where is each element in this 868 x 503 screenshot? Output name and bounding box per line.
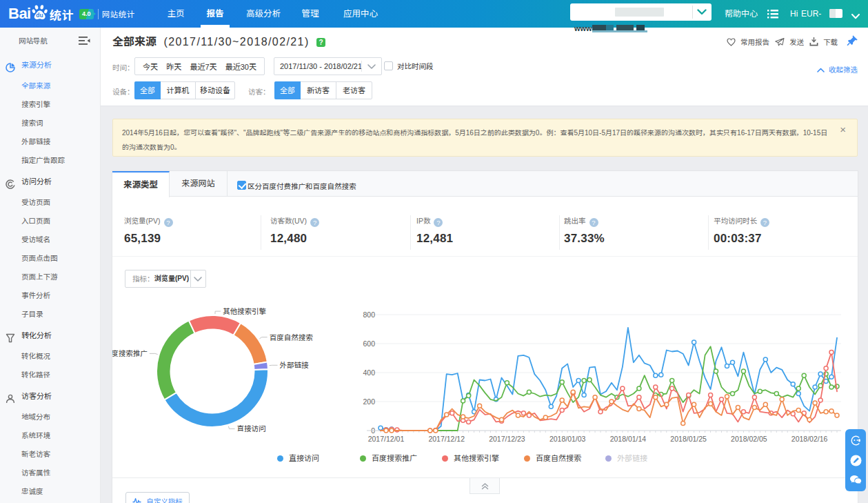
x-axis-label: 2018/02/05 — [731, 435, 767, 443]
source-type-donut-chart[interactable]: 其他搜索引擎百度自然搜索外部链接直接访问百度搜索推广 — [112, 295, 340, 454]
tab-1[interactable]: 来源类型 — [112, 171, 170, 197]
favorite-report-button[interactable]: 常用报告 — [727, 37, 769, 48]
sidebar-item-label: 受访页面 — [21, 198, 50, 206]
sidebar-item-label: 受访域名 — [21, 235, 50, 244]
sidebar-item-1-2[interactable]: 搜索引擎 — [0, 95, 100, 114]
download-report-button[interactable]: 下载 — [809, 37, 838, 48]
sidebar-section-label: 访客分析 — [21, 392, 52, 400]
quick-range-2[interactable]: 昨天 — [166, 61, 181, 72]
device-group-option-1[interactable]: 全部 — [134, 81, 161, 99]
sidebar-collapse-icon[interactable] — [79, 37, 90, 46]
legend-item-3[interactable]: 其他搜索引擎 — [442, 453, 499, 463]
sidebar-item-2-2[interactable]: 入口页面 — [0, 212, 100, 230]
kpi-value-5: 00:03:37 — [714, 232, 762, 246]
site-selector-dropdown[interactable] — [570, 3, 711, 21]
quick-range-4[interactable]: 最近30天 — [225, 61, 256, 72]
sidebar-section-label: 来源分析 — [21, 61, 52, 69]
tab-2[interactable]: 来源网站 — [170, 171, 228, 197]
sidebar-item-label: 入口页面 — [21, 217, 50, 225]
kpi-help-icon[interactable]: ? — [164, 218, 173, 227]
sidebar-item-2-7[interactable]: 子目录 — [0, 305, 100, 324]
device-filter-group: 全部计算机移动设备 — [134, 81, 235, 99]
line-series-2[interactable] — [381, 346, 837, 431]
wechat-icon[interactable] — [845, 470, 866, 491]
account-chevron-down-icon[interactable] — [851, 12, 860, 21]
sidebar-item-2-3[interactable]: 受访域名 — [0, 230, 100, 249]
notice-close-icon[interactable]: × — [840, 124, 846, 135]
date-range-picker[interactable]: 2017/11/30 - 2018/02/21 — [274, 57, 382, 75]
double-chevron-up-icon — [481, 482, 489, 490]
top-nav-5[interactable]: 应用中心 — [341, 0, 380, 28]
report-list-icon[interactable] — [767, 10, 778, 21]
sidebar-item-1-1[interactable]: 全部来源 — [0, 77, 100, 95]
custom-metric-button[interactable]: 自定义指标 — [125, 492, 190, 503]
compare-period-checkbox[interactable] — [384, 61, 393, 70]
kpi-help-icon[interactable]: ? — [589, 218, 598, 227]
customer-service-icon[interactable] — [845, 430, 866, 451]
visitor-group-option-1[interactable]: 全部 — [274, 81, 301, 99]
sidebar-item-2-4[interactable]: 页面点击图 — [0, 249, 100, 268]
sidebar-item-4-2[interactable]: 系统环境 — [0, 426, 100, 445]
sidebar-item-4-3[interactable]: 新老访客 — [0, 445, 100, 464]
funnel-icon — [6, 331, 14, 339]
sidebar-section-1[interactable]: 来源分析 — [0, 56, 100, 75]
metric-selector[interactable]: 指标： 浏览量(PV) — [125, 270, 206, 288]
sidebar-item-1-3[interactable]: 搜索词 — [0, 114, 100, 132]
donut-slice-5[interactable] — [157, 321, 194, 400]
pin-report-icon[interactable] — [846, 34, 858, 49]
sidebar-item-4-5[interactable]: 忠诚度 — [0, 482, 100, 501]
donut-slice-1[interactable] — [189, 315, 241, 335]
sidebar-item-3-2[interactable]: 转化路径 — [0, 366, 100, 384]
sidebar-item-label: 指定广告跟踪 — [21, 156, 65, 164]
sidebar-item-label: 页面上下游 — [21, 273, 58, 281]
feedback-icon[interactable] — [845, 450, 866, 471]
legend-item-1[interactable]: 直接访问 — [277, 453, 319, 463]
kpi-help-icon[interactable]: ? — [760, 218, 769, 227]
top-nav-2[interactable]: 报告 — [205, 0, 225, 28]
sidebar-item-3-1[interactable]: 转化概况 — [0, 347, 100, 366]
sidebar-section-2[interactable]: 访问分析 — [0, 172, 100, 191]
baidu-tongji-logo[interactable]: Bai du 统计 4.0 网站统计 — [8, 0, 135, 28]
device-group-option-3[interactable]: 移动设备 — [196, 82, 234, 99]
sidebar-item-1-5[interactable]: 指定广告跟踪 — [0, 151, 100, 170]
account-name[interactable]: EUR- — [801, 0, 821, 28]
legend-item-2[interactable]: 百度搜索推广 — [360, 453, 417, 463]
top-nav-1[interactable]: 主页 — [166, 0, 185, 28]
chevron-down-icon — [194, 277, 202, 282]
top-nav-3[interactable]: 高级分析 — [244, 0, 283, 28]
legend-item-4[interactable]: 百度自然搜索 — [524, 453, 581, 463]
collapse-chart-tab[interactable] — [470, 478, 500, 494]
sidebar-item-2-1[interactable]: 受访页面 — [0, 193, 100, 212]
send-report-button[interactable]: 发送 — [775, 37, 804, 48]
quick-range-1[interactable]: 今天 — [143, 61, 158, 72]
visitor-group-option-3[interactable]: 老访客 — [336, 82, 372, 99]
device-group-option-2[interactable]: 计算机 — [161, 82, 196, 99]
visitor-group-option-2[interactable]: 新访客 — [301, 82, 336, 99]
donut-slice-2[interactable] — [234, 323, 268, 364]
help-center-link[interactable]: 帮助中心 — [725, 0, 758, 28]
legend-item-5[interactable]: 外部链接 — [605, 453, 647, 463]
top-nav-4[interactable]: 管理 — [301, 0, 320, 28]
kpi-value-4: 37.33% — [564, 232, 605, 246]
sidebar-section-4[interactable]: 访客分析 — [0, 387, 100, 406]
sidebar-item-2-5[interactable]: 页面上下游 — [0, 268, 100, 286]
floating-help-toolbar — [845, 429, 866, 491]
title-help-icon[interactable]: ? — [316, 38, 325, 47]
sidebar-section-3[interactable]: 转化分析 — [0, 326, 100, 345]
device-filter-label: 设备： — [112, 86, 134, 97]
kpi-help-icon[interactable]: ? — [310, 218, 319, 227]
source-trend-line-chart[interactable]: 02004006008002017/12/012017/12/122017/12… — [359, 308, 858, 466]
line-series-4[interactable] — [381, 392, 837, 431]
sidebar-item-1-4[interactable]: 外部链接 — [0, 132, 100, 151]
sidebar-item-4-1[interactable]: 地域分布 — [0, 408, 100, 426]
sidebar-item-4-4[interactable]: 访客属性 — [0, 464, 100, 482]
distinguish-paid-organic-checkbox[interactable] — [237, 181, 246, 190]
legend-label: 百度自然搜索 — [536, 454, 581, 462]
quick-range-3[interactable]: 最近7天 — [190, 61, 216, 72]
sidebar-item-label: 访客属性 — [21, 469, 50, 477]
redacted-account-block — [829, 9, 842, 18]
kpi-help-icon[interactable]: ? — [434, 218, 443, 227]
sidebar-item-2-6[interactable]: 事件分析 — [0, 286, 100, 305]
collapse-filter-link[interactable]: 收起筛选 — [817, 64, 858, 75]
donut-slice-4[interactable] — [164, 369, 268, 427]
